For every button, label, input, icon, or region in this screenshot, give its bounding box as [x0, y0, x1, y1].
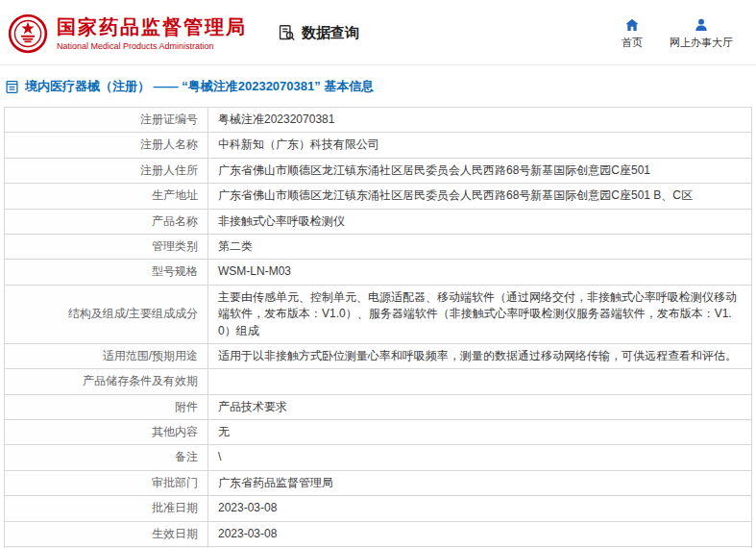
table-row: 注册人名称中科新知（广东）科技有限公司 [5, 133, 752, 158]
row-label: 批准日期 [5, 496, 208, 521]
table-row: 生产地址广东省佛山市顺德区龙江镇东涌社区居民委员会人民西路68号新基国际创意园C… [5, 184, 752, 209]
table-row: 批准日期2023-03-08 [5, 496, 752, 521]
national-emblem-icon [8, 13, 48, 54]
nav-service-hall-label: 网上办事大厅 [670, 36, 733, 50]
row-label: 型号规格 [5, 260, 208, 285]
row-value: \ [208, 445, 752, 470]
row-value: 广东省佛山市顺德区龙江镇东涌社区居民委员会人民西路68号新基国际创意园C座501… [208, 184, 752, 209]
registration-info-table: 注册证编号粤械注准20232070381注册人名称中科新知（广东）科技有限公司注… [4, 107, 752, 548]
table-row: 产品名称非接触式心率呼吸检测仪 [5, 209, 752, 234]
row-value: WSM-LN-M03 [208, 260, 752, 285]
row-label: 注册证编号 [5, 108, 208, 133]
table-row: 其他内容无 [5, 420, 752, 445]
table-row: 注册人住所广东省佛山市顺德区龙江镇东涌社区居民委员会人民西路68号新基国际创意园… [5, 158, 752, 183]
brand: 国家药品监督管理局 National Medical Products Admi… [8, 13, 247, 54]
row-value: 广东省药品监督管理局 [208, 470, 752, 495]
row-label: 产品储存条件及有效期 [5, 369, 208, 394]
nav-service-hall[interactable]: 网上办事大厅 [670, 17, 733, 50]
row-label: 管理类别 [5, 234, 208, 259]
home-icon [624, 17, 640, 33]
row-value: 无 [208, 420, 752, 445]
row-value: 非接触式心率呼吸检测仪 [208, 209, 752, 234]
row-label: 附件 [5, 394, 208, 419]
table-row: 生效日期2023-03-08 [5, 521, 752, 546]
nav-data-query[interactable]: 数据查询 [278, 24, 359, 42]
table-row: 结构及组成/主要组成成分主要由传感单元、控制单元、电源适配器、移动端软件（通过网… [5, 285, 752, 343]
row-label: 结构及组成/主要组成成分 [5, 285, 208, 343]
row-value: 粤械注准20232070381 [208, 108, 752, 133]
row-label: 产品名称 [5, 209, 208, 234]
row-value: 适用于以非接触方式卧位测量心率和呼吸频率，测量的数据通过移动网络传输，可供远程查… [208, 343, 752, 368]
site-subtitle: National Medical Products Administration [57, 41, 247, 51]
table-row: 审批部门广东省药品监督管理局 [5, 470, 752, 495]
row-label: 注册人名称 [5, 133, 208, 158]
page: 国家药品监督管理局 National Medical Products Admi… [0, 0, 756, 548]
top-right-nav: 首页 网上办事大厅 [622, 17, 746, 50]
row-value: 产品技术要求 [208, 394, 752, 419]
page-document-icon [5, 80, 19, 94]
table-row: 管理类别第二类 [5, 234, 752, 259]
row-label: 生效日期 [5, 521, 208, 546]
row-label: 适用范围/预期用途 [5, 343, 208, 368]
site-title: 国家药品监督管理局 [57, 15, 247, 39]
row-value: 广东省佛山市顺德区龙江镇东涌社区居民委员会人民西路68号新基国际创意园C座501 [208, 158, 752, 183]
row-value: 2023-03-08 [208, 496, 752, 521]
row-label: 审批部门 [5, 470, 208, 495]
row-label: 其他内容 [5, 420, 208, 445]
nav-data-query-label: 数据查询 [302, 24, 359, 42]
row-value: 主要由传感单元、控制单元、电源适配器、移动端软件（通过网络交付，非接触式心率呼吸… [208, 285, 752, 343]
table-row: 注册证编号粤械注准20232070381 [5, 108, 752, 133]
row-label: 生产地址 [5, 184, 208, 209]
row-label: 备注 [5, 445, 208, 470]
row-value: 中科新知（广东）科技有限公司 [208, 133, 752, 158]
table-row: 备注\ [5, 445, 752, 470]
nav-home-label: 首页 [622, 36, 643, 50]
document-search-icon [278, 24, 296, 42]
person-icon [694, 17, 709, 33]
breadcrumb-text: 境内医疗器械（注册） —— “粤械注准20232070381” 基本信息 [25, 78, 374, 95]
row-value: 2023-03-08 [208, 521, 752, 546]
row-value [208, 369, 752, 394]
table-row: 产品储存条件及有效期 [5, 369, 752, 394]
breadcrumb: 境内医疗器械（注册） —— “粤械注准20232070381” 基本信息 [0, 65, 756, 105]
nav-home[interactable]: 首页 [622, 17, 643, 50]
row-label: 注册人住所 [5, 158, 208, 183]
brand-text: 国家药品监督管理局 National Medical Products Admi… [57, 15, 247, 51]
table-row: 型号规格WSM-LN-M03 [5, 260, 752, 285]
site-header: 国家药品监督管理局 National Medical Products Admi… [0, 0, 756, 65]
table-row: 附件产品技术要求 [5, 394, 752, 419]
table-row: 适用范围/预期用途适用于以非接触方式卧位测量心率和呼吸频率，测量的数据通过移动网… [5, 343, 752, 368]
row-value: 第二类 [208, 234, 752, 259]
